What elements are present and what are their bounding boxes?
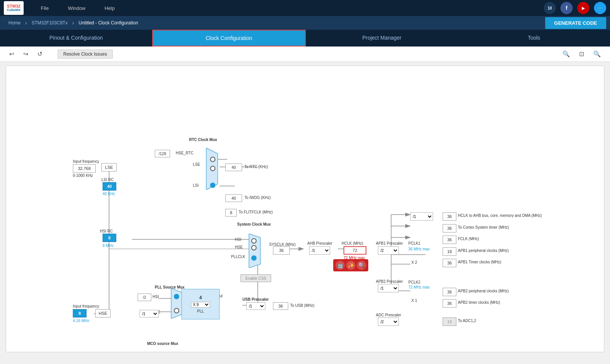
nav-menu: File Window Help	[39, 5, 544, 11]
lsi-line-label: LSI	[193, 183, 199, 188]
tab-project[interactable]: Project Manager	[306, 30, 458, 47]
x2-label: X 2	[411, 260, 417, 265]
out-cortex-label: To Cortex System timer (MHz)	[458, 225, 509, 229]
ahb-prescaler-label: AHB Prescaler	[307, 241, 332, 245]
input-freq2-range: 4-16 MHz	[73, 319, 89, 323]
ai-overlay: 🤖 ✨ 🔍	[333, 259, 368, 271]
sysclk-mux-label: System Clock Mux	[237, 222, 271, 226]
zoom-in-button[interactable]: 🔍	[561, 50, 571, 58]
apb1-prescaler-label: APB1 Prescaler	[376, 241, 403, 245]
out-apb1-periph-label: APB1 peripheral clocks (MHz)	[458, 249, 509, 253]
to-flit-value: 8	[225, 209, 237, 216]
sysclk-radio-hse[interactable]	[251, 245, 257, 250]
fit-button[interactable]: ⊡	[578, 50, 586, 58]
lsi-rc-label: LSI RC	[101, 178, 114, 182]
ai-button[interactable]: 🤖	[336, 261, 345, 270]
magic-button[interactable]: ✨	[346, 261, 355, 270]
sysclk-radio-pll[interactable]	[251, 255, 257, 261]
usb-prescaler-select[interactable]: /1/1.5	[246, 302, 265, 310]
reset-button[interactable]: ↺	[36, 50, 44, 58]
breadcrumb-home[interactable]: Home	[4, 16, 25, 30]
sysclk-radio-hsi[interactable]	[251, 238, 257, 244]
out-apb1-periph-val: 18	[443, 247, 456, 256]
breadcrumb-title: Untitled - Clock Configuration	[74, 16, 143, 30]
input-freq2-label: Input frequency	[73, 304, 99, 308]
version-icon: 10	[544, 2, 556, 14]
out-apb2-timer-label: APB2 timer clocks (MHz)	[458, 300, 500, 305]
out-hclk-ahb-label: HCLK to AHB bus, core, memory and DMA (M…	[458, 213, 542, 218]
hclk-value[interactable]: 72	[344, 246, 366, 255]
out-fclk-val: 36	[443, 236, 456, 244]
undo-button[interactable]: ↩	[8, 50, 16, 58]
header-icons: 10 f ▶ 🐦	[544, 2, 606, 14]
lsi-rc-value: 40	[103, 182, 116, 191]
rtc-radio-lsi[interactable]	[210, 183, 215, 188]
top-header: STM32 CubeMX File Window Help 10 f ▶ 🐦	[0, 0, 610, 16]
zoom-out-button[interactable]: 🔍	[592, 50, 602, 58]
input-freq-range: 0-1000 KHz	[73, 173, 93, 178]
lse-line-label: LSE	[193, 162, 200, 167]
breadcrumb-bar: Home › STM32F103C8Tx › Untitled - Clock …	[0, 16, 610, 30]
logo-area: STM32 CubeMX	[4, 1, 24, 15]
out-apb2-periph-val: 36	[443, 288, 456, 296]
clock-diagram: Input frequency 32.768 0-1000 KHz LSE LS…	[6, 66, 604, 352]
rtc-radio-lse[interactable]	[210, 166, 215, 171]
out-adc-val: 18	[443, 317, 456, 326]
input-freq-value[interactable]: 32.768	[73, 164, 96, 173]
tab-pinout[interactable]: Pinout & Configuration	[0, 30, 152, 47]
out-hclk-ahb-val: 36	[443, 212, 456, 221]
out-fclk-label: FCLK (MHz)	[458, 237, 479, 241]
apb2-prescaler-select[interactable]: /1/2	[378, 284, 399, 292]
input-freq2-value: 8	[73, 309, 87, 317]
search-ai-button[interactable]: 🔍	[357, 261, 366, 270]
youtube-icon[interactable]: ▶	[577, 2, 589, 14]
to-rtc-label: To RTC (KHz)	[244, 165, 268, 169]
tab-tools[interactable]: Tools	[458, 30, 610, 47]
adc-prescaler-label: ADC Prescaler	[376, 313, 401, 317]
resolve-clock-issues-button[interactable]: Resolve Resolve Clock IssuesClock Issues	[58, 50, 113, 59]
pll-hsi-label-line: HSI	[152, 295, 159, 299]
out-apb1-timer-val: 36	[443, 259, 456, 267]
rtc-radio-hse[interactable]	[210, 157, 215, 162]
out-apb1-timer-label: APB1 Timer clocks (MHz)	[458, 260, 501, 264]
pclk2-label: PCLK2	[408, 280, 421, 284]
pll-val-display: 4	[199, 295, 202, 300]
facebook-icon[interactable]: f	[560, 2, 573, 14]
pll-src-radio-hse[interactable]	[174, 308, 179, 313]
input-freq-label: Input frequency	[73, 159, 99, 164]
enable-css-box[interactable]: Enable CSS	[241, 274, 271, 282]
usb-val: 36	[273, 302, 288, 310]
nav-window[interactable]: Window	[66, 5, 87, 11]
to-iwdg-label: To IWDG (KHz)	[244, 196, 271, 200]
usb-label: To USB (MHz)	[290, 303, 315, 308]
pclk1-max: 36 MHz max	[408, 247, 430, 251]
out-adc-label: To ADC1,2	[458, 319, 476, 323]
pllclk-label: PLLCLK	[231, 255, 245, 259]
breadcrumb-device[interactable]: STM32F103C8Tx	[27, 16, 72, 30]
tab-bar: Pinout & Configuration Clock Configurati…	[0, 30, 610, 47]
pclk2-max: 72 MHz max	[408, 285, 430, 289]
tab-clock[interactable]: Clock Configuration	[152, 30, 306, 47]
rtc-mux-label: RTC Clock Mux	[189, 138, 217, 142]
adc-prescaler-select[interactable]: /2/4/6/8	[378, 317, 399, 326]
hse-mux-label: HSE	[235, 245, 243, 249]
generate-code-button[interactable]: GENERATE CODE	[545, 17, 606, 29]
redo-button[interactable]: ↪	[22, 50, 30, 58]
main-canvas: Input frequency 32.768 0-1000 KHz LSE LS…	[6, 66, 604, 352]
lsi-khz: 40 KHz	[103, 192, 115, 196]
ahb-out-select[interactable]: /1	[410, 212, 433, 221]
apb1-prescaler-select[interactable]: /2/1/4	[378, 246, 399, 255]
ahb-prescaler-select[interactable]: /1/2/4/8/16	[309, 246, 330, 255]
twitter-icon[interactable]: 🐦	[594, 2, 606, 14]
hse-div-select[interactable]: /1/2	[140, 310, 159, 317]
pll-src-radio-hsi[interactable]	[174, 294, 179, 299]
nav-help[interactable]: Help	[103, 5, 117, 11]
nav-file[interactable]: File	[39, 5, 51, 11]
out-apb2-periph-label: APB2 peripheral clocks (MHz)	[458, 289, 509, 293]
app-logo: STM32 CubeMX	[4, 1, 24, 15]
hse-rtc-label: HSE_RTC	[176, 151, 194, 155]
pll-mul-select[interactable]: X 9X 2X 3X 4	[191, 302, 210, 308]
lse-box: LSE	[101, 163, 117, 172]
toolbar: ↩ ↪ ↺ Resolve Resolve Clock IssuesClock …	[0, 47, 610, 62]
pll-box: 4 X 9X 2X 3X 4 PLL	[181, 289, 220, 319]
